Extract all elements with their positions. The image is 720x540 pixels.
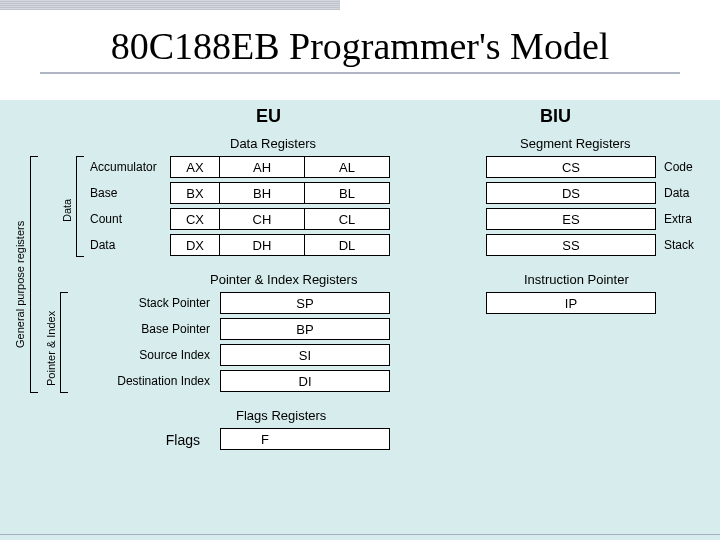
reg-name-ax: Accumulator [90,160,157,174]
eu-header: EU [256,106,281,127]
cell-f: F [220,428,390,450]
footer-line [0,534,720,540]
cell-ip: IP [486,292,656,314]
data-registers-title: Data Registers [230,136,316,151]
diagram-area: EU BIU Data Registers Segment Registers … [0,100,720,540]
segment-registers-title: Segment Registers [520,136,631,151]
flags-title: Flags Registers [236,408,326,423]
seg-name-es: Extra [664,212,692,226]
ptr-name-sp: Stack Pointer [90,296,210,310]
reg-name-bx: Base [90,186,117,200]
cell-dl: DL [305,234,390,256]
bracket-data [76,156,77,256]
cell-ds: DS [486,182,656,204]
cell-bp: BP [220,318,390,340]
cell-ss: SS [486,234,656,256]
cell-bl: BL [305,182,390,204]
cell-di: DI [220,370,390,392]
seg-name-ss: Stack [664,238,694,252]
side-data: Data [61,188,73,222]
cell-ch: CH [220,208,305,230]
reg-name-cx: Count [90,212,122,226]
seg-name-cs: Code [664,160,693,174]
cell-es: ES [486,208,656,230]
biu-header: BIU [540,106,571,127]
ptr-name-bp: Base Pointer [90,322,210,336]
cell-dh: DH [220,234,305,256]
cell-bh: BH [220,182,305,204]
cell-al: AL [305,156,390,178]
cell-bx: BX [170,182,220,204]
ptr-name-di: Destination Index [70,374,210,388]
seg-name-ds: Data [664,186,689,200]
flags-label: Flags [110,432,200,448]
cell-cs: CS [486,156,656,178]
title-underline [40,72,680,74]
reg-name-dx: Data [90,238,115,252]
side-pi: Pointer & Index [45,300,57,386]
cell-cl: CL [305,208,390,230]
cell-si: SI [220,344,390,366]
cell-dx: DX [170,234,220,256]
pointer-title: Pointer & Index Registers [210,272,357,287]
cell-ax: AX [170,156,220,178]
page-title: 80C188EB Programmer's Model [0,24,720,68]
cell-cx: CX [170,208,220,230]
bracket-gp [30,156,31,392]
cell-ah: AH [220,156,305,178]
cell-sp: SP [220,292,390,314]
side-gp: General purpose registers [14,198,26,348]
top-strip [0,0,340,10]
ptr-name-si: Source Index [90,348,210,362]
ip-title: Instruction Pointer [524,272,629,287]
bracket-pi [60,292,61,392]
